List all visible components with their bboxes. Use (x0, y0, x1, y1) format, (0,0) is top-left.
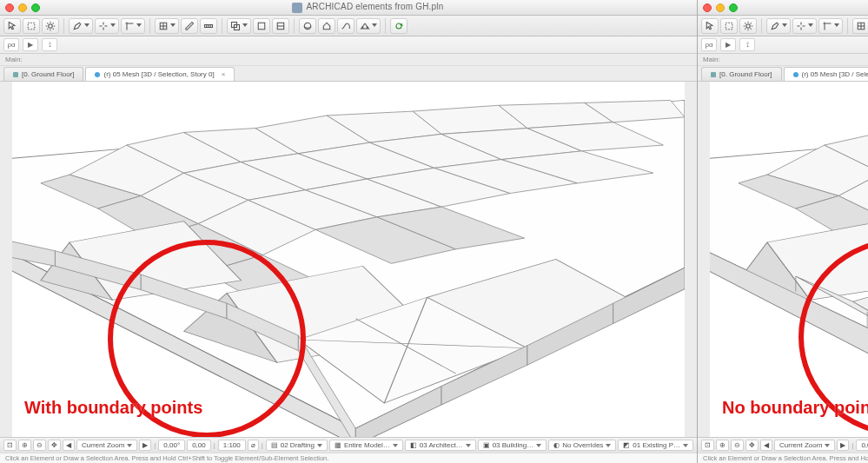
architect-combo[interactable]: ◧ 03 Architect… (405, 440, 476, 451)
3d-viewport[interactable]: No boundary points added (698, 82, 868, 437)
refresh-button[interactable] (390, 18, 407, 34)
curve-tool[interactable] (337, 18, 354, 34)
chevron-down-icon (466, 444, 471, 447)
chevron-down-icon (536, 444, 541, 447)
snap-dropdown[interactable] (95, 18, 119, 34)
trace-dropdown[interactable] (227, 18, 251, 34)
chevron-down-icon (782, 23, 787, 29)
edit-dropdown[interactable] (69, 18, 93, 34)
home-view[interactable] (318, 18, 335, 34)
3d-icon (95, 72, 100, 77)
zoom-display[interactable]: Current Zoom (774, 440, 835, 451)
play-button[interactable]: ▶ (720, 38, 736, 51)
chevron-down-icon (683, 444, 688, 447)
marquee-tool[interactable] (720, 18, 738, 34)
main-label: Main: (0, 54, 697, 66)
play-button[interactable]: ▶ (23, 38, 38, 51)
chevron-down-icon (242, 23, 248, 29)
snap-dropdown[interactable] (792, 18, 817, 34)
chevron-down-icon (317, 444, 322, 447)
window-controls (703, 3, 738, 12)
document-icon (292, 3, 302, 13)
ruler-small-button[interactable]: ⟟ (739, 38, 755, 51)
prev-zoom-button[interactable]: ◀ (760, 440, 772, 451)
prev-zoom-button[interactable]: ◀ (63, 440, 75, 451)
minimize-window-icon[interactable] (18, 3, 27, 12)
zoom-display[interactable]: Current Zoom (76, 440, 137, 451)
tab-bar: [0. Ground Floor] (r) 05 Mesh [3D / Sele… (698, 66, 868, 82)
window-right: ARCHICAD elements from GH.pln (698, 0, 868, 463)
guide-dropdown[interactable] (121, 18, 145, 34)
grid-dropdown[interactable] (155, 18, 179, 34)
status-bar: ⊡ ⊕ ⊖ ✥ ◀ Current Zoom ▶ | 0,00° 0,00 | … (698, 437, 868, 453)
zoom-window-icon[interactable] (31, 3, 40, 12)
box-tool-1[interactable] (253, 18, 270, 34)
mesh-drawing (710, 82, 868, 437)
chevron-down-icon (110, 23, 116, 29)
angle-display[interactable]: 0,00° (158, 440, 185, 451)
model-view-combo[interactable]: ▦ Entire Model… (329, 440, 403, 451)
zoom-in-button[interactable]: ⊕ (18, 440, 31, 451)
sun-tool[interactable] (42, 18, 59, 34)
zoom-window-icon[interactable] (729, 3, 738, 12)
arrow-tool[interactable] (701, 18, 719, 34)
guide-dropdown[interactable] (818, 18, 843, 34)
next-zoom-button[interactable]: ▶ (139, 440, 151, 451)
window-title: ARCHICAD elements from GH.pln (742, 2, 868, 12)
rho-button[interactable]: ρα (701, 38, 717, 51)
chevron-down-icon (834, 23, 839, 29)
chevron-down-icon (84, 23, 89, 29)
chevron-down-icon (127, 444, 132, 447)
svg-point-1 (49, 23, 53, 28)
close-window-icon[interactable] (5, 3, 14, 12)
next-zoom-button[interactable]: ▶ (837, 440, 849, 451)
close-window-icon[interactable] (703, 3, 712, 12)
scale-display[interactable]: 1:100 (218, 440, 246, 451)
minimize-window-icon[interactable] (716, 3, 725, 12)
box-tool-2[interactable] (272, 18, 289, 34)
3d-viewport[interactable]: With boundary points (0, 82, 697, 437)
chevron-down-icon (170, 23, 176, 29)
rho-button[interactable]: ρα (3, 38, 19, 51)
left-ruler (698, 82, 710, 437)
mesh-drawing (12, 82, 685, 437)
value-display[interactable]: 0,00 (187, 440, 211, 451)
window-title: ARCHICAD elements from GH.pln (44, 2, 692, 12)
tab-3d-mesh[interactable]: (r) 05 Mesh [3D / Selection, Story 0]× (85, 67, 235, 81)
svg-point-57 (746, 23, 751, 28)
arrow-tool[interactable] (3, 18, 21, 34)
zoom-out-button[interactable]: ⊖ (33, 440, 46, 451)
pan-button[interactable]: ✥ (48, 440, 61, 451)
chevron-down-icon (825, 444, 830, 447)
overrides-combo[interactable]: ◐ No Overrides (548, 440, 616, 451)
tab-bar: [0. Ground Floor] (r) 05 Mesh [3D / Sele… (0, 66, 697, 82)
tab-ground-floor[interactable]: [0. Ground Floor] (3, 67, 83, 81)
hint-bar: Click an Element or Draw a Selection Are… (0, 453, 697, 463)
plan-icon (711, 72, 716, 77)
tab-3d-mesh[interactable]: (r) 05 Mesh [3D / Selection, Story 0]× (784, 67, 868, 81)
sun-tool[interactable] (739, 18, 757, 34)
layer-combo[interactable]: ▤ 02 Drafting (266, 440, 328, 451)
zoom-out-button[interactable]: ⊖ (731, 440, 744, 451)
window-left: ARCHICAD elements from GH.pln (0, 0, 698, 463)
tab-ground-floor[interactable]: [0. Ground Floor] (701, 67, 781, 81)
scale-opt-button[interactable]: ⌀ (248, 440, 259, 451)
main-label: Main: (698, 54, 868, 66)
marquee-tool[interactable] (23, 18, 40, 34)
ruler-small-button[interactable]: ⟟ (42, 38, 57, 51)
zoom-ext-button[interactable]: ⊡ (701, 440, 714, 451)
existing-combo[interactable]: ◩ 01 Existing P… (618, 440, 693, 451)
measure-tool[interactable] (181, 18, 198, 34)
titlebar: ARCHICAD elements from GH.pln (0, 0, 697, 16)
zoom-in-button[interactable]: ⊕ (716, 440, 729, 451)
angle-display[interactable]: 0,00° (856, 440, 868, 451)
edit-dropdown[interactable] (766, 18, 791, 34)
perspective-dropdown[interactable] (356, 18, 381, 34)
pan-button[interactable]: ✥ (745, 440, 759, 451)
grid-dropdown[interactable] (852, 18, 868, 34)
building-combo[interactable]: ▣ 03 Building… (478, 440, 547, 451)
zoom-ext-button[interactable]: ⊡ (3, 440, 17, 451)
ruler-tool[interactable] (200, 18, 217, 34)
orbit-tool[interactable] (299, 18, 316, 34)
close-tab-icon[interactable]: × (222, 70, 226, 78)
